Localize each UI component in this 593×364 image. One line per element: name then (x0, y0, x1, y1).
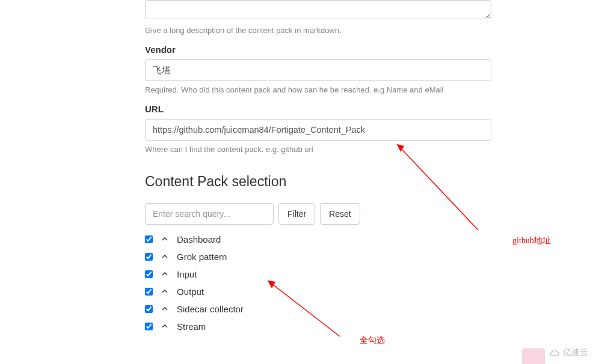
list-item-label: Stream (177, 321, 206, 332)
selection-heading: Content Pack selection (145, 174, 491, 190)
list-item-label: Input (177, 269, 197, 279)
checkbox-grok-pattern[interactable] (145, 253, 153, 261)
watermark-bg (522, 348, 545, 364)
list-item-label: Output (177, 287, 204, 297)
reset-button[interactable]: Reset (320, 203, 360, 225)
list-item-label: Dashboard (177, 234, 221, 244)
url-input[interactable] (145, 119, 491, 141)
list-item: Dashboard (145, 234, 491, 244)
watermark: 亿速云 (550, 347, 588, 358)
list-item: Grok pattern (145, 252, 491, 262)
annotation-github: github地址 (512, 235, 551, 246)
checkbox-input[interactable] (145, 270, 153, 278)
list-item: Stream (145, 321, 491, 332)
chevron-up-icon[interactable] (161, 323, 168, 330)
selection-list: Dashboard Grok pattern Input Output Side… (145, 234, 491, 332)
description-help: Give a long description of the content p… (145, 25, 491, 36)
chevron-up-icon[interactable] (161, 235, 168, 243)
chevron-up-icon[interactable] (161, 305, 168, 312)
url-label: URL (145, 104, 491, 114)
url-help: Where can I find the content pack. e.g. … (145, 144, 491, 155)
description-textarea[interactable] (145, 0, 491, 19)
vendor-input[interactable] (145, 59, 491, 81)
list-item: Sidecar collector (145, 304, 491, 314)
annotation-select-all: 全勾选 (360, 335, 385, 346)
checkbox-output[interactable] (145, 288, 153, 296)
list-item: Input (145, 269, 491, 279)
list-item-label: Sidecar collector (177, 304, 244, 314)
search-input[interactable] (145, 203, 274, 225)
checkbox-dashboard[interactable] (145, 235, 153, 243)
cloud-icon (550, 347, 561, 358)
list-item: Output (145, 287, 491, 297)
checkbox-stream[interactable] (145, 323, 153, 330)
chevron-up-icon[interactable] (161, 288, 168, 295)
vendor-label: Vendor (145, 44, 491, 55)
chevron-up-icon[interactable] (161, 270, 168, 278)
list-item-label: Grok pattern (177, 252, 227, 262)
vendor-help: Required. Who did this content pack and … (145, 85, 491, 96)
chevron-up-icon[interactable] (161, 253, 168, 260)
filter-button[interactable]: Filter (278, 203, 315, 225)
checkbox-sidecar-collector[interactable] (145, 305, 153, 313)
